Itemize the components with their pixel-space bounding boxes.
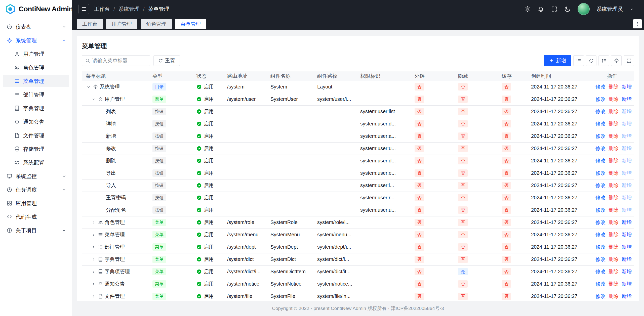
add-link[interactable]: 新增 [622, 121, 632, 126]
delete-link[interactable]: 删除 [609, 109, 619, 114]
add-link[interactable]: 新增 [622, 293, 632, 299]
breadcrumb-item[interactable]: 系统管理 [118, 6, 140, 13]
bell-button[interactable] [538, 6, 544, 12]
modify-link[interactable]: 修改 [595, 158, 606, 163]
modify-link[interactable]: 修改 [595, 133, 606, 139]
tab-menu[interactable]: 菜单管理 [175, 19, 206, 29]
user-name[interactable]: 系统管理员 [596, 6, 623, 13]
row-collapse-icon[interactable] [91, 97, 96, 102]
sidebar-item-storage[interactable]: 存储管理 [3, 143, 69, 155]
sidebar-item-dict[interactable]: 字典管理 [3, 102, 69, 114]
modify-link[interactable]: 修改 [595, 96, 606, 102]
add-link[interactable]: 新增 [622, 281, 632, 287]
delete-link[interactable]: 删除 [609, 146, 619, 151]
tab-more-button[interactable] [633, 19, 642, 28]
add-link[interactable]: 新增 [622, 183, 632, 188]
sidebar-item-application[interactable]: 应用管理 [3, 197, 69, 209]
line-height-button[interactable] [598, 55, 609, 66]
add-link[interactable]: 新增 [622, 207, 632, 213]
add-link[interactable]: 新增 [622, 96, 632, 102]
delete-link[interactable]: 删除 [609, 269, 619, 274]
delete-link[interactable]: 删除 [609, 158, 619, 163]
refresh-button[interactable] [586, 55, 596, 66]
list-button[interactable] [573, 55, 584, 66]
delete-link[interactable]: 删除 [609, 84, 619, 89]
sidebar-item-codegen[interactable]: 代码生成 [3, 211, 69, 223]
add-link[interactable]: 新增 [622, 232, 632, 237]
modify-link[interactable]: 修改 [595, 183, 606, 188]
add-link[interactable]: 新增 [622, 219, 632, 225]
breadcrumb-item[interactable]: 菜单管理 [148, 6, 169, 13]
row-expand-icon[interactable] [91, 257, 96, 262]
tab-role[interactable]: 角色管理 [141, 19, 172, 29]
delete-link[interactable]: 删除 [609, 96, 619, 102]
add-link[interactable]: 新增 [622, 146, 632, 151]
row-expand-icon[interactable] [91, 281, 96, 287]
settings-button[interactable] [611, 55, 622, 66]
sidebar-collapse-button[interactable] [78, 4, 89, 14]
moon-button[interactable] [564, 6, 571, 12]
reset-button[interactable]: 重置 [153, 55, 180, 66]
delete-link[interactable]: 删除 [609, 293, 619, 299]
row-expand-icon[interactable] [91, 220, 96, 225]
add-link[interactable]: 新增 [622, 84, 632, 89]
delete-link[interactable]: 删除 [609, 121, 619, 126]
add-button[interactable]: 新增 [544, 55, 571, 66]
add-link[interactable]: 新增 [622, 109, 632, 114]
breadcrumb-item[interactable]: 工作台 [94, 6, 110, 13]
add-link[interactable]: 新增 [622, 269, 632, 274]
delete-link[interactable]: 删除 [609, 133, 619, 139]
modify-link[interactable]: 修改 [595, 244, 606, 250]
delete-link[interactable]: 删除 [609, 195, 619, 200]
row-expand-icon[interactable] [91, 232, 96, 238]
modify-link[interactable]: 修改 [595, 121, 606, 126]
delete-link[interactable]: 删除 [609, 207, 619, 213]
modify-link[interactable]: 修改 [595, 207, 606, 213]
add-link[interactable]: 新增 [622, 158, 632, 163]
sidebar-item-role[interactable]: 角色管理 [3, 61, 69, 74]
sidebar-item-dashboard[interactable]: 仪表盘 [3, 21, 69, 33]
row-expand-icon[interactable] [91, 269, 96, 275]
avatar[interactable] [578, 3, 590, 15]
fullscreen-button[interactable] [624, 55, 634, 66]
add-link[interactable]: 新增 [622, 256, 632, 262]
modify-link[interactable]: 修改 [595, 269, 606, 274]
sidebar-item-notice[interactable]: 通知公告 [3, 116, 69, 128]
modify-link[interactable]: 修改 [595, 170, 606, 176]
add-link[interactable]: 新增 [622, 170, 632, 176]
modify-link[interactable]: 修改 [595, 293, 606, 299]
fullscreen-button[interactable] [551, 6, 557, 12]
sidebar-item-menu[interactable]: 菜单管理 [3, 75, 69, 87]
tab-workbench[interactable]: 工作台 [77, 19, 103, 29]
modify-link[interactable]: 修改 [595, 109, 606, 114]
add-link[interactable]: 新增 [622, 244, 632, 250]
modify-link[interactable]: 修改 [595, 256, 606, 262]
modify-link[interactable]: 修改 [595, 281, 606, 287]
modify-link[interactable]: 修改 [595, 146, 606, 151]
settings-button[interactable] [524, 6, 531, 12]
modify-link[interactable]: 修改 [595, 219, 606, 225]
row-expand-icon[interactable] [91, 244, 96, 250]
add-link[interactable]: 新增 [622, 195, 632, 200]
modify-link[interactable]: 修改 [595, 84, 606, 89]
sidebar-item-user[interactable]: 用户管理 [3, 48, 69, 60]
delete-link[interactable]: 删除 [609, 256, 619, 262]
tab-user[interactable]: 用户管理 [106, 19, 137, 29]
delete-link[interactable]: 删除 [609, 244, 619, 250]
modify-link[interactable]: 修改 [595, 232, 606, 237]
user-menu-chevron[interactable] [630, 7, 634, 11]
sidebar-item-file[interactable]: 文件管理 [3, 129, 69, 142]
sidebar-item-dept[interactable]: 部门管理 [3, 88, 69, 101]
sidebar-item-config[interactable]: 系统配置 [3, 156, 69, 169]
add-link[interactable]: 新增 [622, 133, 632, 139]
delete-link[interactable]: 删除 [609, 183, 619, 188]
delete-link[interactable]: 删除 [609, 170, 619, 176]
search-input[interactable] [92, 58, 147, 64]
sidebar-item-monitor[interactable]: 系统监控 [3, 170, 69, 182]
sidebar-item-about[interactable]: 关于项目 [3, 224, 69, 237]
sidebar-item-schedule[interactable]: 任务调度 [3, 184, 69, 196]
delete-link[interactable]: 删除 [609, 281, 619, 287]
row-expand-icon[interactable] [91, 294, 96, 299]
delete-link[interactable]: 删除 [609, 219, 619, 225]
modify-link[interactable]: 修改 [595, 195, 606, 200]
